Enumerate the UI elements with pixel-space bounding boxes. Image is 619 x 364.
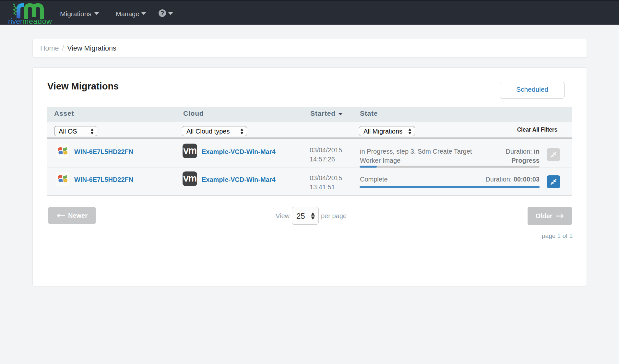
svg-text:meadow: meadow [22, 17, 52, 25]
svg-text:river: river [8, 17, 23, 25]
